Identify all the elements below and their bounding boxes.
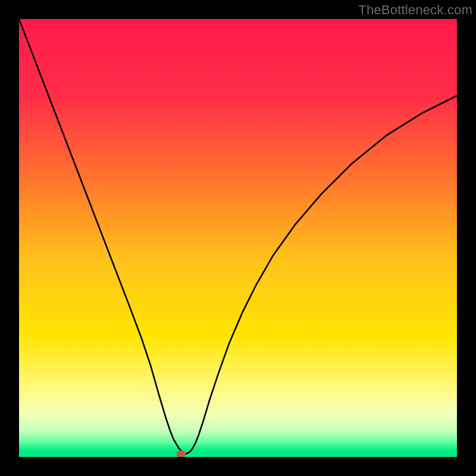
plot-area xyxy=(19,19,457,457)
chart-svg xyxy=(19,19,457,457)
watermark-text: TheBottleneck.com xyxy=(358,2,472,18)
gradient-background xyxy=(19,19,457,457)
outer-frame: TheBottleneck.com xyxy=(0,0,476,476)
